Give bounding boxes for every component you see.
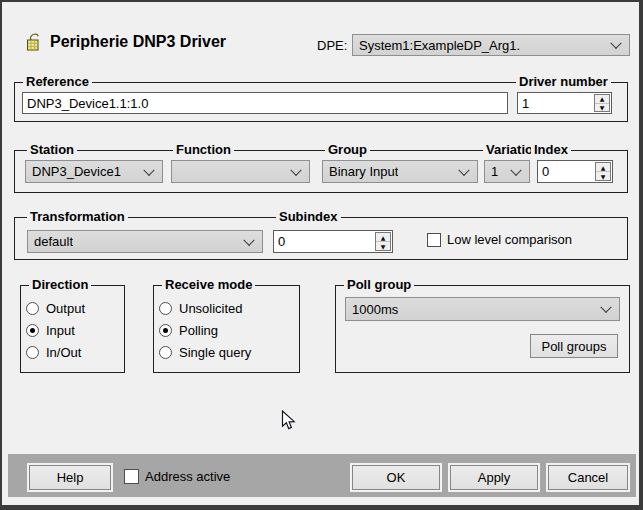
transformation-label: Transformation	[27, 210, 128, 224]
poll-group-combobox-value: 1000ms	[352, 302, 398, 317]
spinner-down-icon[interactable]: ▼	[596, 172, 610, 180]
subindex-spinbox: ▲ ▼	[273, 230, 393, 253]
unlock-icon	[26, 31, 43, 56]
driver-number-input[interactable]	[518, 93, 591, 113]
radio-label: In/Out	[46, 345, 81, 360]
spinner-up-icon[interactable]: ▲	[376, 233, 390, 242]
spinner-up-icon[interactable]: ▲	[596, 163, 610, 172]
index-input[interactable]	[538, 161, 592, 182]
radio-icon	[159, 324, 172, 337]
low-level-comparison-label: Low level comparison	[447, 232, 572, 247]
chevron-down-icon	[510, 164, 521, 175]
reference-input[interactable]	[22, 92, 508, 114]
address-active-checkbox[interactable]: Address active	[124, 469, 230, 484]
group-combobox[interactable]: Binary Input	[322, 160, 478, 183]
direction-radio-input[interactable]: Input	[26, 323, 75, 338]
function-combobox[interactable]	[171, 160, 310, 183]
driver-number-spinbox: ▲ ▼	[517, 92, 612, 114]
station-label: Station	[27, 143, 77, 157]
receive-mode-label: Receive mode	[162, 278, 255, 292]
apply-button[interactable]: Apply	[450, 465, 538, 490]
chevron-down-icon	[143, 164, 154, 175]
driver-number-label: Driver number	[516, 75, 611, 89]
ok-button[interactable]: OK	[352, 465, 440, 490]
direction-radio-output[interactable]: Output	[26, 301, 85, 316]
radio-label: Unsolicited	[179, 301, 243, 316]
radio-icon	[26, 302, 39, 315]
group-label: Group	[325, 143, 370, 157]
subindex-label: Subindex	[276, 210, 341, 224]
index-spinbox: ▲ ▼	[537, 160, 613, 183]
spinner-up-icon[interactable]: ▲	[595, 95, 609, 104]
transformation-combobox[interactable]: default	[27, 230, 263, 253]
driver-number-spin-buttons: ▲ ▼	[594, 94, 610, 112]
dialog-title: Peripherie DNP3 Driver	[50, 33, 226, 51]
radio-icon	[159, 346, 172, 359]
dpe-combobox-value: System1:ExampleDP_Arg1.	[359, 38, 520, 53]
address-active-label: Address active	[145, 469, 230, 484]
chevron-down-icon	[243, 234, 254, 245]
poll-groups-button[interactable]: Poll groups	[530, 334, 618, 358]
station-combobox-value: DNP3_Device1	[32, 164, 121, 179]
variation-combobox[interactable]: 1	[484, 160, 530, 183]
direction-radio-inout[interactable]: In/Out	[26, 345, 81, 360]
index-spin-buttons: ▲ ▼	[595, 162, 611, 181]
chevron-down-icon	[290, 164, 301, 175]
subindex-input[interactable]	[274, 231, 372, 252]
mouse-cursor	[281, 410, 296, 435]
spinner-down-icon[interactable]: ▼	[595, 104, 609, 112]
receive-mode-radio-polling[interactable]: Polling	[159, 323, 218, 338]
footer-bar: Help Address active OK Apply Cancel	[8, 454, 636, 497]
checkbox-icon	[124, 469, 139, 484]
radio-label: Input	[46, 323, 75, 338]
radio-label: Output	[46, 301, 85, 316]
chevron-down-icon	[610, 38, 621, 49]
direction-label: Direction	[29, 278, 91, 292]
reference-label: Reference	[23, 75, 92, 89]
dpe-label: DPE:	[317, 38, 347, 53]
radio-label: Single query	[179, 345, 251, 360]
chevron-down-icon	[458, 164, 469, 175]
chevron-down-icon	[600, 302, 611, 313]
checkbox-icon	[427, 233, 441, 247]
receive-mode-radio-single-query[interactable]: Single query	[159, 345, 251, 360]
transformation-combobox-value: default	[34, 234, 73, 249]
variation-combobox-value: 1	[491, 164, 498, 179]
poll-group-combobox[interactable]: 1000ms	[345, 297, 620, 321]
radio-icon	[26, 324, 39, 337]
help-button[interactable]: Help	[29, 465, 111, 490]
low-level-comparison-checkbox[interactable]: Low level comparison	[427, 232, 572, 247]
station-combobox[interactable]: DNP3_Device1	[25, 160, 163, 183]
group-combobox-value: Binary Input	[329, 164, 398, 179]
index-label: Index	[531, 143, 571, 157]
radio-label: Polling	[179, 323, 218, 338]
subindex-spin-buttons: ▲ ▼	[375, 232, 391, 251]
cancel-button[interactable]: Cancel	[548, 465, 628, 490]
receive-mode-radio-unsolicited[interactable]: Unsolicited	[159, 301, 243, 316]
spinner-down-icon[interactable]: ▼	[376, 242, 390, 250]
poll-group-label: Poll group	[344, 278, 414, 292]
dpe-combobox[interactable]: System1:ExampleDP_Arg1.	[352, 34, 630, 56]
radio-icon	[26, 346, 39, 359]
radio-icon	[159, 302, 172, 315]
function-label: Function	[173, 143, 234, 157]
